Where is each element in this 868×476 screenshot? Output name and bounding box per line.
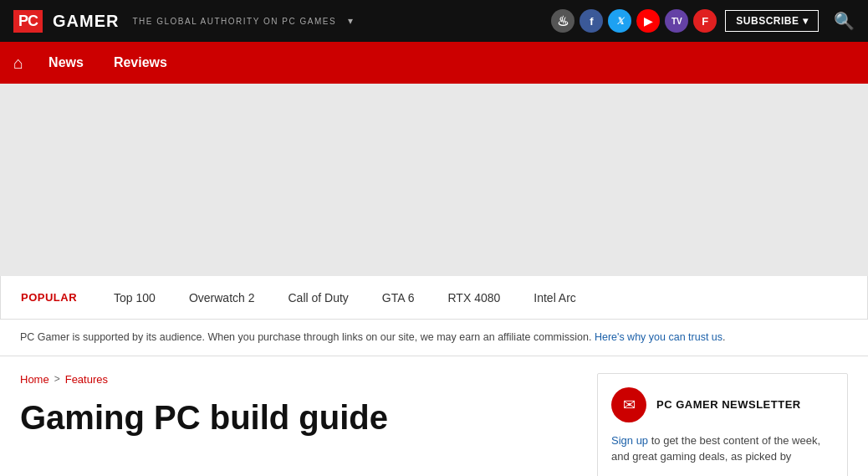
twitch-icon[interactable]: TV (665, 9, 688, 33)
affiliate-notice: PC Gamer is supported by its audience. W… (0, 320, 868, 356)
newsletter-body: Sign up to get the best content of the w… (611, 432, 834, 465)
facebook-icon[interactable]: f (580, 9, 603, 33)
popular-label: POPULAR (21, 291, 77, 304)
twitter-icon[interactable]: 𝕏 (608, 9, 631, 33)
dropdown-arrow[interactable]: ▾ (348, 15, 353, 27)
popular-rtx4080[interactable]: RTX 4080 (431, 291, 518, 305)
popular-call-of-duty[interactable]: Call of Duty (271, 291, 365, 305)
newsletter-box: ✉ PC GAMER NEWSLETTER Sign up to get the… (597, 373, 848, 476)
red-nav: ⌂ News Reviews (0, 42, 868, 84)
subscribe-button[interactable]: SUBSCRIBE ▾ (725, 10, 819, 32)
affiliate-link[interactable]: Here's why you can trust us (595, 331, 722, 343)
tagline: THE GLOBAL AUTHORITY ON PC GAMES (132, 17, 336, 26)
popular-top100[interactable]: Top 100 (97, 291, 172, 305)
newsletter-icon: ✉ (611, 387, 646, 422)
page-title: Gaming PC build guide (20, 399, 577, 436)
nav-news[interactable]: News (35, 55, 97, 70)
logo-gamer: GAMER (53, 12, 119, 31)
top-bar: PC GAMER THE GLOBAL AUTHORITY ON PC GAME… (0, 0, 868, 42)
nav-reviews[interactable]: Reviews (100, 55, 181, 70)
logo-pc: PC (18, 13, 38, 30)
logo-box: PC (13, 10, 43, 33)
popular-gta6[interactable]: GTA 6 (365, 291, 431, 305)
flipboard-icon[interactable]: F (693, 9, 717, 33)
ad-area (0, 84, 868, 276)
main-content: Home > Features Gaming PC build guide (20, 373, 577, 476)
newsletter-header: ✉ PC GAMER NEWSLETTER (611, 387, 834, 422)
breadcrumb: Home > Features (20, 373, 577, 386)
search-icon[interactable]: 🔍 (834, 11, 855, 31)
steam-icon[interactable]: ♨ (551, 9, 574, 33)
affiliate-text-after: . (722, 331, 725, 343)
popular-overwatch2[interactable]: Overwatch 2 (172, 291, 272, 305)
popular-bar: POPULAR Top 100 Overwatch 2 Call of Duty… (0, 276, 868, 320)
content-area: Home > Features Gaming PC build guide ✉ … (0, 356, 868, 476)
popular-intel-arc[interactable]: Intel Arc (517, 291, 593, 305)
breadcrumb-separator: > (54, 373, 60, 385)
newsletter-signup-link[interactable]: Sign up (611, 434, 648, 447)
newsletter-title: PC GAMER NEWSLETTER (656, 398, 801, 411)
youtube-icon[interactable]: ▶ (636, 9, 660, 33)
affiliate-text-before: PC Gamer is supported by its audience. W… (20, 331, 595, 343)
breadcrumb-home[interactable]: Home (20, 373, 49, 386)
social-icons: ♨ f 𝕏 ▶ TV F (551, 9, 717, 33)
logo[interactable]: PC GAMER (13, 10, 119, 33)
home-icon[interactable]: ⌂ (13, 54, 23, 73)
breadcrumb-features[interactable]: Features (65, 373, 108, 386)
